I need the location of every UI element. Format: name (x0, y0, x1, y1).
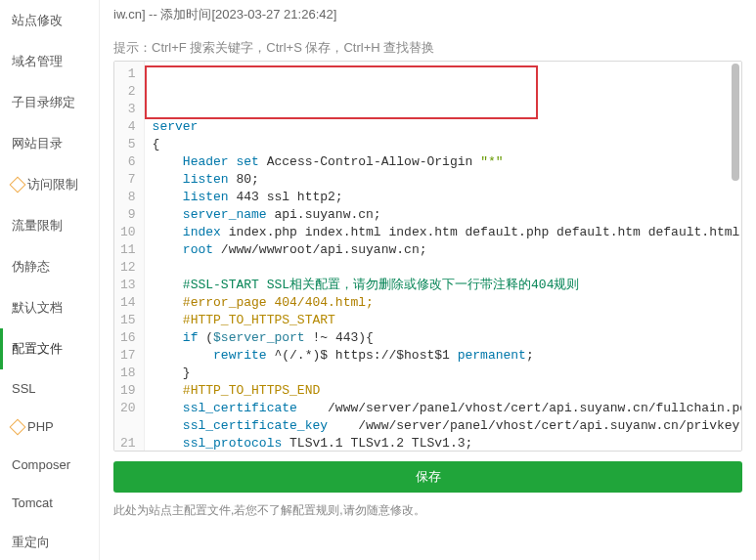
sidebar-item-domain[interactable]: 域名管理 (0, 41, 99, 82)
sidebar-item-label: 流量限制 (12, 217, 63, 235)
sidebar-item-label: PHP (27, 419, 54, 434)
footer-note: 此处为站点主配置文件,若您不了解配置规则,请勿随意修改。 (113, 502, 742, 519)
sidebar-item-label: 网站目录 (12, 135, 63, 152)
sidebar-item-label: SSL (12, 381, 36, 396)
sidebar-item-access[interactable]: 访问限制 (0, 164, 99, 205)
sidebar-item-label: 站点修改 (12, 12, 63, 29)
diamond-icon (10, 177, 26, 194)
editor-scrollbar[interactable] (732, 64, 739, 181)
editor-hint: 提示：Ctrl+F 搜索关键字，Ctrl+S 保存，Ctrl+H 查找替换 (113, 39, 742, 57)
sidebar-item-config[interactable]: 配置文件 (0, 328, 99, 369)
config-editor[interactable]: 123456789101112131415161718192021 server… (113, 61, 742, 452)
sidebar-item-label: 子目录绑定 (12, 94, 75, 111)
sidebar-item-label: Tomcat (12, 495, 53, 510)
sidebar-item-label: 重定向 (12, 534, 50, 551)
sidebar-item-label: 配置文件 (12, 340, 63, 358)
highlight-box (145, 65, 538, 119)
sidebar-item-label: 伪静态 (12, 258, 50, 276)
sidebar-item-composer[interactable]: Composer (0, 446, 99, 484)
sidebar-item-label: 访问限制 (27, 176, 78, 194)
sidebar-item-tomcat[interactable]: Tomcat (0, 484, 99, 522)
save-button[interactable]: 保存 (113, 461, 742, 493)
sidebar: 站点修改域名管理子目录绑定网站目录访问限制流量限制伪静态默认文档配置文件SSLP… (0, 0, 100, 560)
title-bar: iw.cn] -- 添加时间[2023-03-27 21:26:42] (113, 0, 742, 33)
sidebar-item-default-doc[interactable]: 默认文档 (0, 287, 99, 328)
editor-code[interactable]: server{ Header set Access-Control-Allow-… (145, 62, 742, 452)
editor-gutter: 123456789101112131415161718192021 (114, 62, 145, 452)
sidebar-item-traffic[interactable]: 流量限制 (0, 205, 99, 246)
sidebar-item-label: 默认文档 (12, 299, 63, 317)
sidebar-item-label: 域名管理 (12, 53, 63, 70)
main-panel: iw.cn] -- 添加时间[2023-03-27 21:26:42] 提示：C… (100, 0, 756, 560)
sidebar-item-ssl[interactable]: SSL (0, 369, 99, 408)
sidebar-item-label: Composer (12, 457, 70, 472)
sidebar-item-dirs[interactable]: 网站目录 (0, 123, 99, 164)
app-root: 站点修改域名管理子目录绑定网站目录访问限制流量限制伪静态默认文档配置文件SSLP… (0, 0, 756, 560)
sidebar-item-rewrite[interactable]: 伪静态 (0, 246, 99, 287)
sidebar-item-php[interactable]: PHP (0, 408, 99, 446)
sidebar-item-site-edit[interactable]: 站点修改 (0, 0, 99, 41)
diamond-icon (10, 418, 26, 435)
sidebar-item-subdir[interactable]: 子目录绑定 (0, 82, 99, 123)
sidebar-item-redirect[interactable]: 重定向 (0, 522, 99, 560)
